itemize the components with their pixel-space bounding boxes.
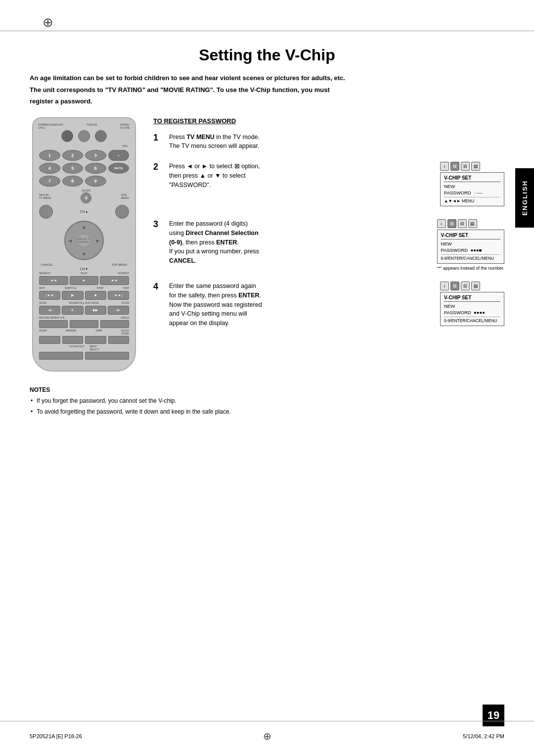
fast-forward-button[interactable]: ►► xyxy=(100,276,129,285)
step-4-number: 4 xyxy=(153,282,162,328)
bottom-divider xyxy=(0,721,534,721)
transport-row3: ◄| ⏸ ▶▶ |► xyxy=(39,306,129,315)
jump-button[interactable] xyxy=(85,336,106,344)
num-0-button[interactable]: 0 xyxy=(81,192,91,203)
skip-back-button[interactable]: |◄◄ xyxy=(39,291,60,300)
intro-line2: The unit corresponds to "TV RATING" and … xyxy=(30,85,504,95)
num-3-button[interactable]: 3 xyxy=(85,150,106,161)
setup-dvd-row: CH▲ xyxy=(37,205,131,219)
input-select-button[interactable] xyxy=(85,352,129,360)
vol-label: VOL xyxy=(37,144,131,147)
num-blank xyxy=(108,176,130,187)
mute-button[interactable]: MUTE xyxy=(108,163,130,174)
icon-1: ↕ xyxy=(440,162,449,171)
return-labels: RETURN REPEAT A-B ANGLE xyxy=(37,316,131,319)
top-menu-label: TOP MENU xyxy=(112,263,127,266)
slow-back-button[interactable]: ◄| xyxy=(39,306,60,315)
screen-4-title: V-CHIP SET xyxy=(444,295,500,302)
ch-down-row: CH▼ xyxy=(37,267,131,271)
remote-control: POWER DISPLAY/CALL TV/DVD OPEN/CLOSE VOL… xyxy=(32,117,136,372)
slow-fwd-button[interactable]: |► xyxy=(108,306,129,315)
slow-labels: SLOW PAUSE/STILL PLAY MODE SLOW xyxy=(37,301,131,304)
step-2: 2 Press ◄ or ► to select ⊠ option, then … xyxy=(153,162,504,208)
icon-4-1: ↕ xyxy=(440,282,449,290)
stop-button[interactable]: ■ xyxy=(85,291,106,300)
num-9-button[interactable]: 9 xyxy=(85,176,106,187)
page-number-box: 19 xyxy=(483,705,504,726)
main-content: POWER DISPLAY/CALL TV/DVD OPEN/CLOSE VOL… xyxy=(30,117,504,372)
screen-4-icons: ↕ ⊠ ⊟ ▤ xyxy=(440,282,504,290)
num-5-button[interactable]: 5 xyxy=(62,163,84,174)
open-close-button[interactable] xyxy=(95,130,107,142)
numpad: 1 2 3 + 4 5 6 MUTE 7 8 9 xyxy=(39,150,129,187)
skip-labels: SKIP SUBTITLE STOP SKIP xyxy=(37,286,131,289)
footer: 5P20521A [E] P18-26 ⊕ 5/12/04, 2:42 PM xyxy=(0,730,534,742)
screen-4-display: V-CHIP SET NEW PASSWORD ●●●● 0-9/ENTER/C… xyxy=(440,292,504,326)
select-enter-button[interactable]: SELECT/ENTER xyxy=(77,234,91,247)
step-1-bold: TV MENU xyxy=(186,134,214,141)
asterisk-note: "*" appears instead of the number. xyxy=(437,266,504,271)
nav-up[interactable]: ▲ xyxy=(82,224,87,230)
play-mode-button[interactable]: ▶▶ xyxy=(85,306,106,315)
step-3-bold2: (0-9) xyxy=(169,239,182,246)
zoom-button[interactable] xyxy=(108,336,130,344)
nav-right[interactable]: ► xyxy=(95,237,100,243)
misc-row2 xyxy=(39,336,129,344)
tv-cap-labels: TV/CAP/TEXT INPUTSELECT xyxy=(37,345,131,351)
page-title: Setting the V-Chip xyxy=(0,46,534,64)
pause-button[interactable]: ⏸ xyxy=(62,306,83,315)
icon-4-3: ⊟ xyxy=(461,282,470,290)
skip-fwd-button[interactable]: ►►| xyxy=(108,291,129,300)
angle-button[interactable] xyxy=(100,320,129,328)
setup-tv-menu-button[interactable] xyxy=(39,205,53,219)
step-3-bold3: ENTER xyxy=(216,239,237,246)
play-button[interactable]: ► xyxy=(70,276,99,285)
step-2-screen: ↕ ⊠ ⊟ ▤ V-CHIP SET NEW PASSWORD : ---- ▲… xyxy=(440,162,504,208)
num-1-button[interactable]: 1 xyxy=(39,150,60,161)
screen-3-icons: ↕ ⊠ ⊟ ▤ xyxy=(437,219,504,228)
num-2-button[interactable]: 2 xyxy=(62,150,84,161)
icon-3-2: ⊠ xyxy=(447,219,456,228)
step-4: 4 Enter the same password again for the … xyxy=(153,282,504,328)
note-item-1: If you forget the password, you cannot s… xyxy=(30,396,504,405)
footer-left: 5P20521A [E] P18-26 xyxy=(30,733,263,739)
tv-cap-button[interactable] xyxy=(39,352,83,360)
step-1-content: Press TV MENU in the TV mode. The TV men… xyxy=(169,133,504,151)
repeat-ab-button[interactable] xyxy=(70,320,98,328)
step-4-bold: ENTER xyxy=(238,292,259,299)
rewind-button[interactable]: ◄◄ xyxy=(39,276,68,285)
misc-row1 xyxy=(39,320,129,328)
footer-center: ⊕ xyxy=(263,730,271,742)
step-2-number: 2 xyxy=(153,162,162,208)
screen-2-row2: PASSWORD : ---- xyxy=(444,190,500,195)
remote-top-buttons xyxy=(37,130,131,142)
power-button[interactable] xyxy=(61,130,73,142)
icon-3-3: ⊟ xyxy=(458,219,467,228)
notes-title: NOTES xyxy=(30,386,504,393)
num-7-button[interactable]: 7 xyxy=(39,176,60,187)
ch-up-label: CH▲ xyxy=(80,205,88,219)
language-tab-label: ENGLISH xyxy=(521,180,529,216)
num-8-button[interactable]: 8 xyxy=(62,176,84,187)
intro-line3: register a password. xyxy=(30,96,504,106)
step-3-screen: ↕ ⊠ ⊟ ▤ V-CHIP SET NEW PASSWORD ●●●■ 0-9… xyxy=(437,219,504,271)
vol-plus-button[interactable]: + xyxy=(108,150,130,161)
screen-4-row2: PASSWORD ●●●● xyxy=(444,310,500,315)
tv-dvd-button[interactable] xyxy=(78,130,90,142)
num-4-button[interactable]: 4 xyxy=(39,163,60,174)
intro-line1: An age limitation can be set to forbid c… xyxy=(30,73,504,83)
step-3-bold4: CANCEL xyxy=(169,257,195,264)
num-6-button[interactable]: 6 xyxy=(85,163,106,174)
nav-down[interactable]: ▼ xyxy=(82,251,87,257)
audio-button[interactable] xyxy=(39,336,60,344)
return-button[interactable] xyxy=(39,320,68,328)
instructions-area: TO REGISTER PASSWORD 1 Press TV MENU in … xyxy=(153,117,504,372)
step-1-number: 1 xyxy=(153,133,162,151)
dvd-menu-button[interactable] xyxy=(115,205,129,219)
subtitle-button[interactable]: ▶ xyxy=(62,291,83,300)
marker-button[interactable] xyxy=(62,336,84,344)
transport-row2: |◄◄ ▶ ■ ►►| xyxy=(39,291,129,300)
nav-circle[interactable]: ▲ ▼ ◄ ► SELECT/ENTER xyxy=(64,221,104,260)
nav-left[interactable]: ◄ xyxy=(68,237,73,243)
screen-3-row2: PASSWORD ●●●■ xyxy=(441,247,500,253)
